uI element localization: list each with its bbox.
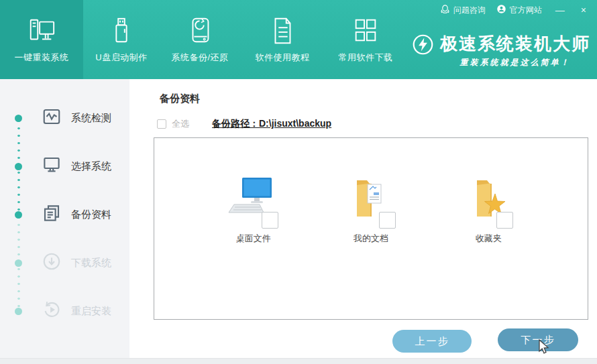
backup-item-label: 收藏夹 (476, 233, 502, 245)
step-label: 下载系统 (71, 257, 111, 269)
support-link-label: 问题咨询 (453, 5, 486, 16)
download-icon (42, 251, 62, 274)
main-panel: 备份资料 全选 备份路径：D:\jisuxt\backup (129, 79, 597, 358)
tab-tutorials[interactable]: 软件使用教程 (240, 0, 325, 79)
tab-label: 软件使用教程 (256, 52, 310, 64)
step-label: 重启安装 (71, 305, 111, 318)
logo-title: 极速系统装机大师 (440, 34, 590, 54)
step-dot-5 (15, 308, 22, 315)
qq-icon (440, 4, 450, 16)
header: 问题咨询 官方网站 — × (0, 0, 597, 79)
select-all-row: 全选 备份路径：D:\jisuxt\backup (157, 118, 331, 130)
select-all-label: 全选 (172, 118, 189, 130)
backup-path-link[interactable]: 备份路径：D:\jisuxt\backup (212, 118, 331, 130)
nav-tabs: 一键重装系统 U盘启动制作 (0, 0, 406, 79)
app-window: 问题咨询 官方网站 — × (0, 0, 597, 364)
backup-item-desktop[interactable]: 桌面文件 (213, 176, 294, 245)
backup-item-label: 我的文档 (354, 233, 388, 245)
mouse-cursor (537, 339, 552, 358)
select-all-checkbox[interactable] (157, 119, 166, 129)
desktop-computer-icon (26, 16, 57, 46)
backup-item-documents[interactable]: 我的文档 (331, 176, 411, 245)
previous-step-button[interactable]: 上一步 (392, 330, 472, 353)
step-dot-4 (15, 259, 22, 267)
tab-usb-boot[interactable]: U盘启动制作 (83, 0, 160, 79)
step-label: 备份资料 (71, 208, 111, 221)
step-label: 系统检测 (71, 112, 111, 125)
diagnostics-icon (42, 107, 62, 129)
step-label: 选择系统 (71, 160, 111, 173)
favorites-checkbox[interactable] (496, 212, 513, 229)
globe-icon (496, 4, 506, 16)
backup-item-favorites[interactable]: 收藏夹 (448, 176, 529, 245)
document-icon (267, 16, 298, 46)
bottom-strip (0, 358, 597, 364)
tab-label: U盘启动制作 (95, 52, 147, 64)
sidebar-steps: 系统检测 选择系统 (0, 79, 129, 358)
tab-one-key-reinstall[interactable]: 一键重装系统 (0, 0, 83, 79)
tab-label: 常用软件下载 (339, 52, 393, 64)
restart-icon (42, 300, 62, 322)
tab-backup-restore[interactable]: 系统备份/还原 (160, 0, 240, 79)
tab-software-download[interactable]: 常用软件下载 (325, 0, 406, 79)
step-dot-3 (15, 211, 22, 219)
backup-items-box: 桌面文件 (154, 137, 588, 320)
backup-item-label: 桌面文件 (236, 233, 271, 245)
official-site-label: 官方网站 (510, 5, 542, 16)
my-documents-checkbox[interactable] (379, 212, 396, 229)
step-dot-1 (15, 115, 22, 122)
monitor-icon (42, 155, 62, 178)
page-title: 备份资料 (160, 93, 200, 105)
usb-drive-icon (106, 16, 137, 46)
titlebar: 问题咨询 官方网站 — × (440, 4, 589, 16)
tab-label: 系统备份/还原 (171, 52, 228, 64)
tab-label: 一键重装系统 (15, 52, 69, 64)
close-button[interactable]: × (578, 5, 589, 15)
desktop-files-checkbox[interactable] (262, 212, 278, 229)
documents-icon (42, 203, 62, 226)
official-site-link[interactable]: 官方网站 (496, 4, 542, 16)
grid-icon (350, 16, 381, 46)
logo-tagline: 重装系统就是这么简单！ (440, 57, 590, 68)
minimize-button[interactable]: — (553, 5, 567, 15)
support-link[interactable]: 问题咨询 (440, 4, 486, 16)
backup-drive-icon (184, 16, 215, 46)
lightning-icon (412, 34, 434, 58)
step-dot-2 (15, 163, 22, 170)
app-logo: 极速系统装机大师 重装系统就是这么简单！ (412, 34, 590, 68)
